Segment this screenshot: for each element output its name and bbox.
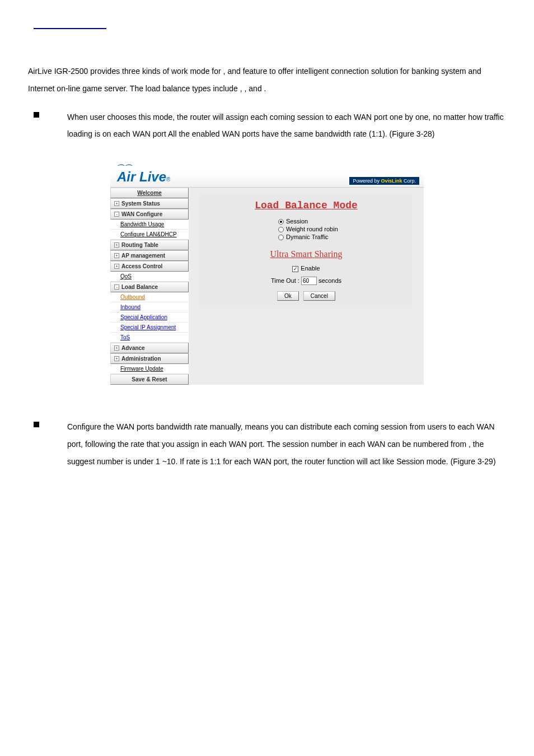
bullet-session: When user chooses this mode, the router … xyxy=(34,109,506,143)
bullet-text: Configure the WAN ports bandwidth rate m… xyxy=(67,418,506,470)
collapse-icon[interactable]: - xyxy=(114,212,119,217)
router-screenshot: ⌒⌒ Air Live® Powered by OvisLink Corp. W… xyxy=(110,154,424,385)
sidebar-label: Load Balance xyxy=(121,284,158,290)
sidebar-welcome[interactable]: Welcome xyxy=(110,188,189,198)
sidebar-label: AP management xyxy=(121,253,165,259)
timeout-input[interactable]: 60 xyxy=(301,277,317,285)
sidebar-label: Advance xyxy=(121,345,145,351)
intro-text: , xyxy=(240,84,245,93)
logo-registered-icon: ® xyxy=(166,176,170,183)
expand-icon[interactable]: + xyxy=(114,264,119,269)
timeout-row: Time Out : 60 seconds xyxy=(205,277,407,285)
logo-wave-icon: ⌒⌒ xyxy=(116,164,132,174)
bullet-weight-round-robin: Configure the WAN ports bandwidth rate m… xyxy=(34,418,506,470)
radio-icon[interactable] xyxy=(278,227,284,232)
sidebar-routing-table[interactable]: +Routing Table xyxy=(110,240,189,250)
content-box: Load Balance Mode Session Weight round r… xyxy=(200,194,413,309)
expand-icon[interactable]: + xyxy=(114,253,119,258)
powered-by-badge: Powered by OvisLink Corp. xyxy=(349,177,419,185)
sidebar-system-status[interactable]: +System Status xyxy=(110,198,189,209)
screenshot-header: ⌒⌒ Air Live® Powered by OvisLink Corp. xyxy=(110,154,424,188)
sidebar-special-ip[interactable]: Special IP Assignment xyxy=(110,323,189,333)
sidebar-label: Administration xyxy=(121,356,161,362)
sidebar-label: Routing Table xyxy=(121,242,158,248)
screenshot-body: Welcome +System Status -WAN Configure Ba… xyxy=(110,188,424,385)
ok-button[interactable]: Ok xyxy=(277,291,299,301)
sidebar-load-balance[interactable]: -Load Balance xyxy=(110,282,189,292)
powered-corp: Corp. xyxy=(402,178,416,184)
cancel-button[interactable]: Cancel xyxy=(303,291,335,301)
sidebar-label: System Status xyxy=(121,200,160,207)
radio-label: Weight round robin xyxy=(286,226,338,232)
expand-icon[interactable]: + xyxy=(114,356,119,361)
enable-row[interactable]: ✓Enable xyxy=(205,265,407,272)
sidebar-advance[interactable]: +Advance xyxy=(110,343,189,353)
sidebar-special-application[interactable]: Special Application xyxy=(110,312,189,323)
intro-text: , and xyxy=(223,67,243,76)
ultra-smart-sharing-title: Ultra Smart Sharing xyxy=(205,249,407,259)
expand-icon[interactable]: + xyxy=(114,242,119,248)
sidebar-ap-management[interactable]: +AP management xyxy=(110,250,189,261)
sidebar-qos[interactable]: QoS xyxy=(110,272,189,282)
sidebar-tos[interactable]: ToS xyxy=(110,333,189,343)
timeout-unit: seconds xyxy=(317,277,341,284)
intro-text: AirLive IGR-2500 provides three kinds of… xyxy=(28,67,223,76)
bullet-icon xyxy=(34,112,39,118)
powered-ovis: OvisLink xyxy=(381,178,402,184)
intro-text: , and xyxy=(245,84,264,93)
sidebar-firmware-update[interactable]: Firmware Update xyxy=(110,364,189,374)
button-row: Ok Cancel xyxy=(205,291,407,301)
timeout-label: Time Out : xyxy=(271,277,301,284)
radio-weight[interactable]: Weight round robin xyxy=(205,226,407,232)
radio-icon[interactable] xyxy=(278,235,284,240)
sidebar-label: Save & Reset xyxy=(132,376,167,382)
bullet-text: When user chooses this mode, the router … xyxy=(67,109,506,143)
sidebar-bandwidth-usage[interactable]: Bandwidth Usage xyxy=(110,220,189,230)
sidebar: Welcome +System Status -WAN Configure Ba… xyxy=(110,188,189,385)
sidebar-access-control[interactable]: +Access Control xyxy=(110,261,189,272)
airlive-logo: ⌒⌒ Air Live® xyxy=(117,169,170,185)
sidebar-outbound[interactable]: Outbound xyxy=(110,292,189,302)
expand-icon[interactable]: + xyxy=(114,346,119,351)
sidebar-wan-configure[interactable]: -WAN Configure xyxy=(110,209,189,220)
bullet2-text-a: Configure the WAN ports bandwidth rate m… xyxy=(67,422,495,449)
sidebar-configure-lan[interactable]: Configure LAN&DHCP xyxy=(110,230,189,240)
intro-text: balance types include xyxy=(162,84,240,93)
section-underline xyxy=(34,28,106,29)
radio-label: Session xyxy=(286,218,308,225)
checkbox-icon[interactable]: ✓ xyxy=(292,266,298,272)
radio-dynamic[interactable]: Dymanic Traffic xyxy=(205,234,407,240)
enable-label: Enable xyxy=(301,265,320,272)
radio-session[interactable]: Session xyxy=(205,218,407,225)
intro-text: . xyxy=(264,84,266,93)
sidebar-administration[interactable]: +Administration xyxy=(110,353,189,364)
intro-paragraph: AirLive IGR-2500 provides three kinds of… xyxy=(28,63,506,97)
powered-text: Powered by xyxy=(353,178,381,184)
bullet-icon xyxy=(34,422,39,427)
radio-icon[interactable] xyxy=(278,219,284,225)
sidebar-label: WAN Configure xyxy=(121,211,162,217)
sidebar-label: Access Control xyxy=(121,263,162,269)
sidebar-inbound[interactable]: Inbound xyxy=(110,302,189,312)
radio-label: Dymanic Traffic xyxy=(286,234,329,240)
sidebar-label: Welcome xyxy=(137,190,162,196)
load-balance-title: Load Balance Mode xyxy=(205,200,407,211)
main-panel: Load Balance Mode Session Weight round r… xyxy=(189,188,424,385)
expand-icon[interactable]: + xyxy=(114,201,119,206)
collapse-icon[interactable]: - xyxy=(114,284,119,290)
sidebar-save-reset[interactable]: Save & Reset xyxy=(110,374,189,385)
